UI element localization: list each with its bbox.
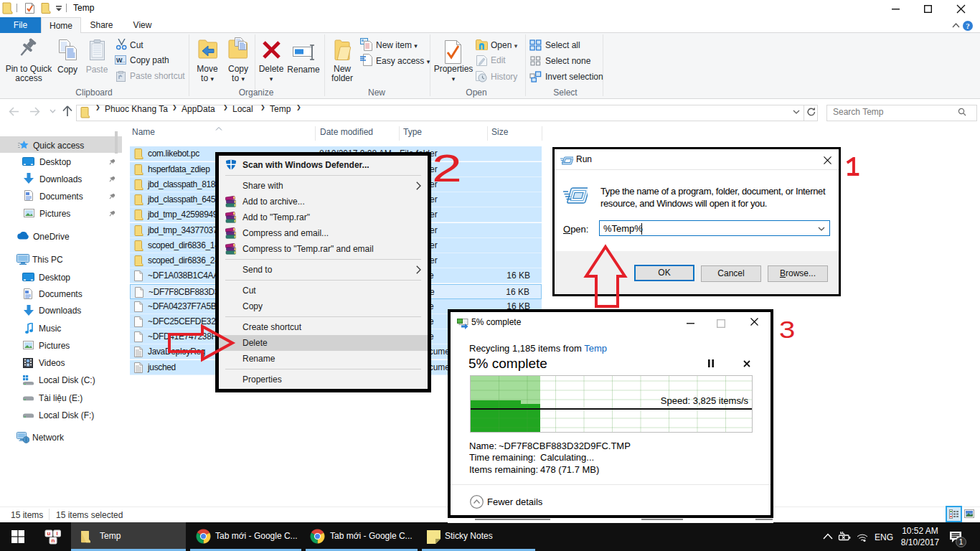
- svg-text:u: u: [47, 530, 51, 537]
- svg-text:...: ...: [121, 57, 126, 64]
- svg-text:1: 1: [959, 538, 963, 546]
- svg-text:?: ?: [966, 22, 970, 30]
- svg-text:i: i: [56, 530, 57, 537]
- svg-text:n: n: [52, 537, 55, 544]
